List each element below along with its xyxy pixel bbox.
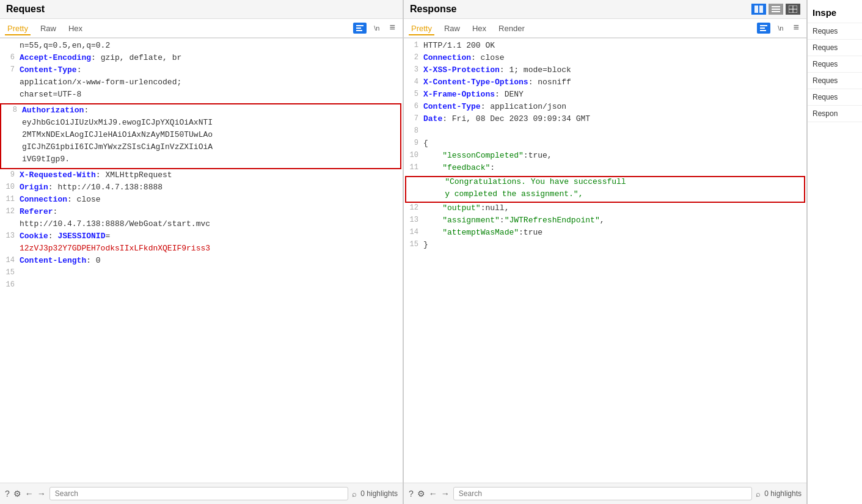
request-forward-btn[interactable]: → <box>37 489 46 499</box>
request-line-12b: http://10.4.7.138:8888/WebGoat/start.mvc <box>0 219 403 232</box>
request-header: Request <box>0 0 403 19</box>
menu-btn-request[interactable]: ≡ <box>387 21 398 35</box>
request-line-7c: charset=UTF-8 <box>0 90 403 102</box>
inspector-item-1[interactable]: Reques <box>808 23 862 40</box>
svg-rect-11 <box>760 25 767 26</box>
inspector-item-3[interactable]: Reques <box>808 56 862 73</box>
response-line-1: 1 HTTP/1.1 200 OK <box>404 41 806 53</box>
inspector-item-2[interactable]: Reques <box>808 40 862 56</box>
request-search-input[interactable] <box>49 487 348 500</box>
response-search-input[interactable] <box>453 487 752 500</box>
request-search-bar: ? ⚙ ← → ⌕ 0 highlights <box>0 483 403 504</box>
response-forward-btn[interactable]: → <box>441 489 450 499</box>
format-icon-response <box>759 24 768 32</box>
response-line-7: 7 Date: Fri, 08 Dec 2023 09:09:34 GMT <box>404 114 806 126</box>
svg-rect-4 <box>759 5 763 13</box>
tab-pretty-response[interactable]: Pretty <box>409 23 434 35</box>
feedback-highlight-box: "Congratulations. You have successfull y… <box>405 176 805 203</box>
request-line-13b: 12zVJ3p32Y7GDPEH7odksIIxLFkdnXQEIF9riss3 <box>0 244 403 256</box>
response-line-11b: "Congratulations. You have successfull <box>406 177 804 189</box>
request-search-icon-btn[interactable]: ⌕ <box>352 489 357 499</box>
request-line-8b: eyJhbGciOiJIUzUxMiJ9.ewogICJpYXQiOiAxNTI <box>2 118 399 130</box>
response-tab-icons: \n ≡ <box>757 21 802 35</box>
pretty-format-btn-response[interactable] <box>757 23 770 34</box>
grid-view-btn[interactable] <box>786 4 800 15</box>
response-line-11: 11 "feedback": <box>404 163 806 175</box>
grid-icon <box>789 5 797 13</box>
request-help-btn[interactable]: ? <box>5 489 10 499</box>
request-tab-bar: Pretty Raw Hex \n ≡ <box>0 19 403 38</box>
request-line-7b: application/x-www-form-urlencoded; <box>0 78 403 90</box>
inspector-title: Inspe <box>808 5 862 23</box>
svg-rect-2 <box>356 30 362 31</box>
response-line-3: 3 X-XSS-Protection: 1; mode=block <box>404 65 806 78</box>
inspector-item-6[interactable]: Respon <box>808 106 862 122</box>
inspector-item-5[interactable]: Reques <box>808 89 862 106</box>
request-line-16: 16 <box>0 280 403 293</box>
split-icon <box>754 5 763 13</box>
response-line-4: 4 X-Content-Type-Options: nosniff <box>404 78 806 90</box>
response-line-2: 2 Connection: close <box>404 53 806 65</box>
request-line-7: 7 Content-Type: <box>0 65 403 78</box>
inspector-item-4[interactable]: Reques <box>808 73 862 89</box>
svg-rect-7 <box>772 11 780 12</box>
request-line-11: 11 Connection: close <box>0 195 403 207</box>
request-line-8e: iVG9tIgp9. <box>2 155 399 167</box>
request-panel: Request Pretty Raw Hex \n ≡ n=55,q=0.5,e… <box>0 0 403 504</box>
request-back-btn[interactable]: ← <box>25 489 34 499</box>
response-content: 1 HTTP/1.1 200 OK 2 Connection: close 3 … <box>404 38 806 483</box>
format-icon-request <box>356 24 364 32</box>
tab-render-response[interactable]: Render <box>496 23 527 34</box>
auth-highlight-box: 8 Authorization: eyJhbGciOiJIUzUxMiJ9.ew… <box>0 103 401 169</box>
tab-pretty-request[interactable]: Pretty <box>5 23 31 35</box>
response-search-bar: ? ⚙ ← → ⌕ 0 highlights <box>404 483 806 504</box>
request-line-8: 8 Authorization: <box>2 106 399 118</box>
request-line-15: 15 <box>0 268 403 280</box>
response-line-13: 13 "assignment":"JWTRefreshEndpoint", <box>404 216 806 228</box>
response-title: Response <box>410 4 747 15</box>
pretty-format-btn-request[interactable] <box>353 23 367 34</box>
tab-hex-response[interactable]: Hex <box>470 23 489 34</box>
response-search-icon-btn[interactable]: ⌕ <box>756 489 761 499</box>
svg-rect-5 <box>772 6 780 7</box>
menu-btn-response[interactable]: ≡ <box>791 21 802 35</box>
response-settings-btn[interactable]: ⚙ <box>417 489 425 499</box>
request-line-10: 10 Origin: http://10.4.7.138:8888 <box>0 183 403 195</box>
response-line-9: 9 { <box>404 139 806 151</box>
request-title: Request <box>6 4 396 15</box>
request-line-9: 9 X-Requested-With: XMLHttpRequest <box>0 170 403 183</box>
request-line-12: 12 Referer: <box>0 207 403 219</box>
response-tab-bar: Pretty Raw Hex Render \n ≡ <box>404 19 806 38</box>
request-line-8d: gICJhZG1pbiI6ICJmYWxzZSIsCiAgInVzZXIiOiA <box>2 142 399 155</box>
response-line-15: 15 } <box>404 240 806 252</box>
top-icons <box>751 4 800 15</box>
list-view-btn[interactable] <box>769 4 783 15</box>
response-line-8: 8 <box>404 126 806 139</box>
request-highlights-label: 0 highlights <box>360 489 398 498</box>
request-line-13: 13 Cookie: JSESSIONID= <box>0 232 403 244</box>
newline-btn-response[interactable]: \n <box>775 23 786 33</box>
request-line-partial: n=55,q=0.5,en,q=0.2 <box>0 41 403 53</box>
svg-rect-1 <box>356 27 361 29</box>
request-tab-icons: \n ≡ <box>353 21 398 35</box>
newline-btn-request[interactable]: \n <box>371 23 382 33</box>
svg-rect-13 <box>760 30 766 31</box>
svg-rect-3 <box>754 5 758 13</box>
request-line-14: 14 Content-Length: 0 <box>0 256 403 268</box>
tab-raw-response[interactable]: Raw <box>442 23 462 34</box>
response-panel: Response <box>403 0 807 504</box>
response-back-btn[interactable]: ← <box>429 489 437 499</box>
list-icon <box>772 5 780 13</box>
response-header: Response <box>404 0 806 19</box>
request-content: n=55,q=0.5,en,q=0.2 6 Accept-Encoding: g… <box>0 38 403 483</box>
request-settings-btn[interactable]: ⚙ <box>13 489 21 499</box>
response-line-5: 5 X-Frame-Options: DENY <box>404 90 806 102</box>
svg-rect-12 <box>760 27 765 29</box>
inspector-panel: Inspe Reques Reques Reques Reques Reques… <box>807 0 862 504</box>
tab-hex-request[interactable]: Hex <box>66 23 85 34</box>
split-view-btn[interactable] <box>751 4 766 15</box>
response-help-btn[interactable]: ? <box>409 489 414 499</box>
svg-rect-6 <box>772 9 780 10</box>
tab-raw-request[interactable]: Raw <box>38 23 59 34</box>
response-line-12: 12 "output":null, <box>404 203 806 216</box>
